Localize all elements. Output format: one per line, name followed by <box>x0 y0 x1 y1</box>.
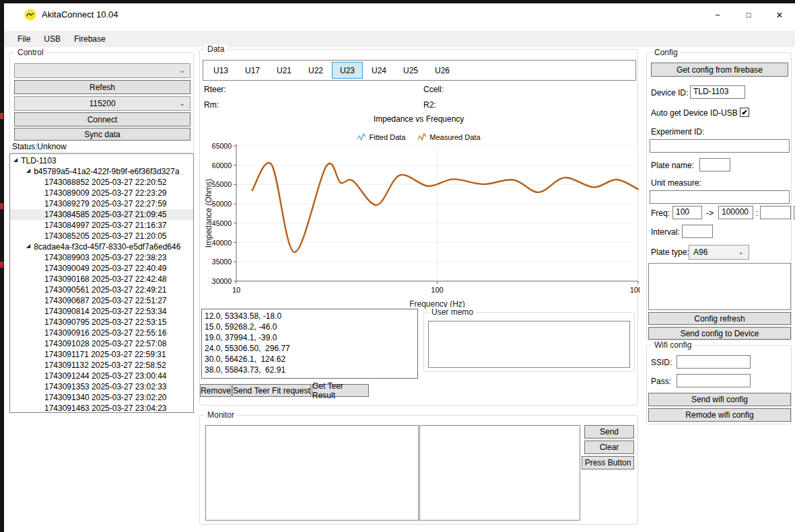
tree-item[interactable]: 1743091353 2025-03-27 23:02:33 <box>10 381 193 392</box>
config-notes-box[interactable] <box>648 263 791 310</box>
tree-expanded-icon[interactable]: ◢ <box>26 165 30 176</box>
config-group: Config Get config from firebase Device I… <box>646 52 792 340</box>
minimize-icon[interactable]: − <box>702 3 733 26</box>
tree-item[interactable]: 1743090561 2025-03-27 22:49:21 <box>10 284 193 295</box>
rteer-label: Rteer: <box>204 85 226 94</box>
tree-item[interactable]: 1743090049 2025-03-27 22:40:49 <box>10 263 193 274</box>
desktop: AkitaConnect 10.04 − □ ✕ FileUSBFirebase… <box>0 0 795 532</box>
pass-field[interactable] <box>677 374 751 387</box>
tree-row-label: b45789a5-41a2-422f-9b9f-e6f36f3d327a <box>34 166 179 177</box>
tree-row-label: 1743091028 2025-03-27 22:57:08 <box>44 338 167 349</box>
send-wifi-button[interactable]: Send wifi config <box>648 393 791 406</box>
maximize-icon[interactable]: □ <box>733 3 764 26</box>
user-memo-textarea[interactable] <box>428 321 630 368</box>
tree-item[interactable]: 1743090814 2025-03-27 22:53:34 <box>10 306 193 317</box>
tree-group[interactable]: ◢b45789a5-41a2-422f-9b9f-e6f36f3d327a <box>10 166 193 177</box>
interval-field[interactable] <box>682 225 713 238</box>
refresh-button[interactable]: Refesh <box>14 80 191 94</box>
freq-from-field[interactable]: 100 <box>672 206 702 219</box>
monitor-group-label: Monitor <box>205 410 237 420</box>
tree-group[interactable]: ◢8cadae4a-f3cd-45f7-8330-e5df7a6ed646 <box>10 241 193 252</box>
send-config-button[interactable]: Send config to Device <box>648 327 791 340</box>
tab-u17[interactable]: U17 <box>237 62 268 79</box>
tab-u26[interactable]: U26 <box>427 62 458 79</box>
tab-u25[interactable]: U25 <box>395 62 426 79</box>
tree-row-label: 1743091463 2025-03-27 23:04:23 <box>44 403 167 413</box>
tab-u22[interactable]: U22 <box>300 62 331 79</box>
tree-item[interactable]: 1743090795 2025-03-27 22:53:15 <box>10 317 193 328</box>
remove-button[interactable]: Remove <box>200 384 232 397</box>
freq-colon-label: : <box>756 208 758 218</box>
send-teer-fit-button[interactable]: Send Teer Fit request <box>232 384 311 397</box>
send-button[interactable]: Send <box>584 425 634 439</box>
user-memo-label: User memo <box>429 307 476 317</box>
y-tick-label: 55000 <box>212 180 232 188</box>
tab-u24[interactable]: U24 <box>364 62 394 79</box>
tree-row-label: 8cadae4a-f3cd-45f7-8330-e5df7a6ed646 <box>34 241 180 252</box>
tab-u21[interactable]: U21 <box>269 62 300 79</box>
device-id-field[interactable]: TLD-1103 <box>690 85 745 99</box>
tree-expanded-icon[interactable]: ◢ <box>26 241 30 252</box>
background-mark <box>0 262 3 268</box>
sync-data-button[interactable]: Sync data <box>14 128 191 141</box>
tree-root[interactable]: ◢TLD-1103 <box>10 155 193 166</box>
tree-item[interactable]: 1743091171 2025-03-27 22:59:31 <box>10 349 193 360</box>
tab-u23[interactable]: U23 <box>332 62 363 79</box>
tree-item[interactable]: 1743091340 2025-03-27 23:02:20 <box>10 392 193 403</box>
tree-row-label: 1743089279 2025-03-27 22:27:59 <box>44 198 167 209</box>
close-icon[interactable]: ✕ <box>764 3 795 26</box>
get-config-firebase-button[interactable]: Get config from firebase <box>651 63 788 77</box>
measurement-listbox[interactable]: 12.0, 53343.58, -18.015.0, 59268.2, -46.… <box>201 309 418 379</box>
tree-item[interactable]: 1743091463 2025-03-27 23:04:23 <box>10 403 193 413</box>
tree-item[interactable]: 1743089279 2025-03-27 22:27:59 <box>10 198 193 209</box>
freq-step-field[interactable] <box>760 206 791 219</box>
get-teer-result-button[interactable]: Get Teer Result <box>312 384 369 397</box>
port-combobox[interactable]: ⌄ <box>14 63 191 78</box>
menu-item-usb[interactable]: USB <box>37 31 67 47</box>
tree-item[interactable]: 1743084997 2025-03-27 21:16:37 <box>10 220 193 231</box>
tree-item[interactable]: 1743085205 2025-03-27 21:20:05 <box>10 231 193 241</box>
clear-button[interactable]: Clear <box>584 441 634 454</box>
measurement-row: 12.0, 53343.58, -18.0 <box>205 311 415 321</box>
remode-wifi-button[interactable]: Remode wifi config <box>648 408 791 422</box>
ccell-label: Ccell: <box>423 85 444 94</box>
tree-item[interactable]: 1743090916 2025-03-27 22:55:16 <box>10 328 193 338</box>
menu-item-file[interactable]: File <box>11 31 37 47</box>
config-refresh-button[interactable]: Config refresh <box>648 312 791 325</box>
tree-expanded-icon[interactable]: ◢ <box>13 155 18 165</box>
baud-combobox-value: 115200 <box>89 99 115 108</box>
tree-item[interactable]: 1743090687 2025-03-27 22:51:27 <box>10 295 193 306</box>
tree-item[interactable]: 1743091028 2025-03-27 22:57:08 <box>10 338 193 349</box>
tree-item[interactable]: 1743091132 2025-03-27 22:58:52 <box>10 360 193 371</box>
tree-item[interactable]: 1743089009 2025-03-27 22:23:29 <box>10 188 193 198</box>
auto-get-device-checkbox[interactable]: ✔ <box>740 108 749 117</box>
connect-button[interactable]: Connect <box>14 112 191 126</box>
unit-measure-field[interactable] <box>650 190 790 204</box>
pass-label: Pass: <box>651 377 671 386</box>
title-bar[interactable]: AkitaConnect 10.04 − □ ✕ <box>4 3 795 26</box>
ssid-field[interactable] <box>677 355 751 369</box>
tree-item[interactable]: 1743088852 2025-03-27 22:20:52 <box>10 177 193 188</box>
x-tick-label: 1000 <box>630 286 640 294</box>
tree-item[interactable]: 1743089903 2025-03-27 22:38:23 <box>10 252 193 263</box>
tab-u13[interactable]: U13 <box>205 62 236 79</box>
monitor-log-textarea[interactable] <box>205 425 419 521</box>
tree-item[interactable]: 1743090168 2025-03-27 22:42:48 <box>10 274 193 284</box>
press-button[interactable]: Press Button <box>582 456 634 469</box>
y-tick-label: 35000 <box>212 258 232 266</box>
menu-item-firebase[interactable]: Firebase <box>67 31 112 47</box>
y-tick-label: 60000 <box>212 161 232 169</box>
tree-row-label: 1743084585 2025-03-27 21:09:45 <box>44 209 167 220</box>
plate-type-combobox[interactable]: A96 ⌄ <box>689 245 749 260</box>
data-group: Data U13U17U21U22U23U24U25U26 Rteer: Cce… <box>199 49 638 406</box>
tree-item[interactable]: 1743091244 2025-03-27 23:00:44 <box>10 371 193 381</box>
device-tree[interactable]: ◢TLD-1103◢b45789a5-41a2-422f-9b9f-e6f36f… <box>9 153 194 413</box>
tree-item[interactable]: 1743084585 2025-03-27 21:09:45 <box>10 209 193 220</box>
freq-to-field[interactable]: 100000 <box>718 206 753 219</box>
measurement-row: 38.0, 55843.73, 62.91 <box>205 365 415 375</box>
freq-arrow-label: -> <box>706 208 714 218</box>
plate-name-field[interactable] <box>699 158 730 172</box>
experiment-id-field[interactable] <box>650 139 790 153</box>
monitor-input-textarea[interactable] <box>419 425 580 521</box>
baud-combobox[interactable]: 115200 ⌄ <box>14 96 191 111</box>
